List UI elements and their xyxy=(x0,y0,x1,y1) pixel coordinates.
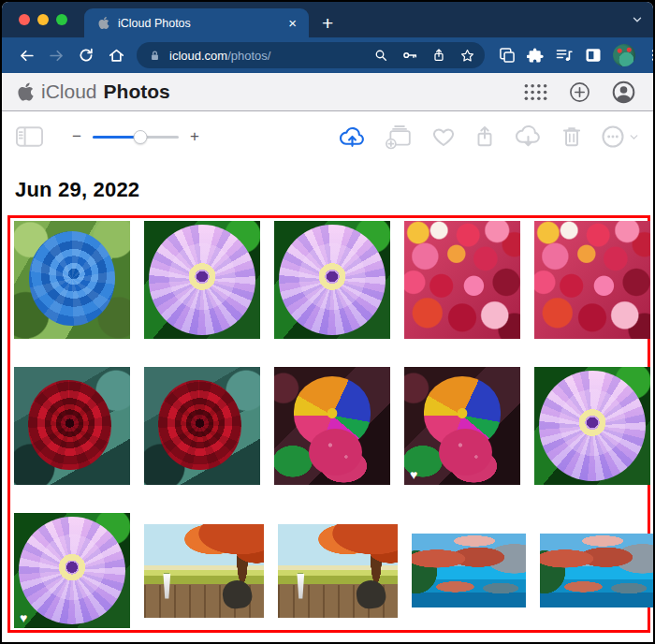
photo-thumbnail-pink-dahlia[interactable] xyxy=(534,367,650,485)
forward-icon[interactable] xyxy=(43,42,69,68)
chevron-down-icon xyxy=(628,131,640,143)
browser-toolbar: icloud.com/photos/ xyxy=(2,37,653,73)
browser-window: iCloud Photos × + icloud.com/photos/ xyxy=(2,2,653,642)
photo-thumbnail-rainbow-rose[interactable]: ♥ xyxy=(404,367,520,485)
apple-logo-icon xyxy=(17,81,35,102)
zoom-window-button[interactable] xyxy=(56,14,67,25)
share-photo-icon[interactable] xyxy=(473,124,497,150)
apps-grid-icon[interactable] xyxy=(523,82,548,102)
url-path: /photos/ xyxy=(227,49,270,63)
photo-thumbnail-pink-dahlia[interactable]: ♥ xyxy=(14,513,130,628)
url-host: icloud.com xyxy=(169,49,227,63)
tab-bar: iCloud Photos × + xyxy=(2,2,653,37)
apple-favicon-icon xyxy=(97,16,110,30)
zoom-slider[interactable] xyxy=(93,130,179,143)
photo-thumbnail-mountain-lake[interactable] xyxy=(412,534,526,607)
tab-icloud-photos[interactable]: iCloud Photos × xyxy=(84,8,309,37)
zoom-out-button[interactable]: − xyxy=(72,127,81,146)
reload-icon[interactable] xyxy=(73,42,99,68)
icloud-brand: iCloud Photos xyxy=(17,80,170,103)
tab-title: iCloud Photos xyxy=(118,17,278,30)
photo-thumbnail-rainbow-rose[interactable] xyxy=(274,367,390,485)
sidebar-toggle-icon[interactable] xyxy=(15,124,44,149)
date-section: Jun 29, 2022 xyxy=(2,162,653,215)
bookmark-star-icon[interactable] xyxy=(459,48,475,64)
address-bar[interactable]: icloud.com/photos/ xyxy=(137,42,485,68)
photo-thumbnail-mountain-lake[interactable] xyxy=(540,534,653,607)
trash-icon[interactable] xyxy=(560,124,584,150)
more-actions[interactable] xyxy=(600,124,640,150)
photo-thumbnail-blue-rose[interactable] xyxy=(14,221,130,339)
favorite-heart-icon: ♥ xyxy=(410,468,417,481)
photo-grid-selection: ♥♥ xyxy=(7,215,650,633)
photos-toolbar: − + xyxy=(2,111,653,162)
photo-row xyxy=(14,221,648,339)
traffic-lights xyxy=(19,14,67,25)
back-icon[interactable] xyxy=(13,42,39,68)
tab-close-icon[interactable]: × xyxy=(285,16,299,30)
cloud-upload-icon[interactable] xyxy=(337,124,368,149)
photo-thumbnail-flower-collage[interactable] xyxy=(534,221,650,339)
cloud-download-icon[interactable] xyxy=(513,124,544,149)
screenshot-icon[interactable] xyxy=(498,46,517,65)
extensions-puzzle-icon[interactable] xyxy=(527,47,545,65)
album-add-icon[interactable] xyxy=(384,124,415,150)
slider-thumb[interactable] xyxy=(133,130,147,144)
photo-row: ♥ xyxy=(14,367,648,485)
heart-icon[interactable] xyxy=(430,124,457,149)
minimize-window-button[interactable] xyxy=(37,14,49,25)
account-icon[interactable] xyxy=(611,80,636,105)
photo-actions xyxy=(337,124,640,150)
photo-thumbnail-autumn-room[interactable] xyxy=(278,524,398,618)
side-panel-icon[interactable] xyxy=(584,46,603,65)
photo-thumbnail-red-rose[interactable] xyxy=(144,367,260,485)
photo-thumbnail-flower-collage[interactable] xyxy=(404,221,520,339)
icloud-header: iCloud Photos xyxy=(2,73,653,111)
photo-thumbnail-pink-dahlia[interactable] xyxy=(274,221,390,339)
brand-icloud-label: iCloud xyxy=(41,80,97,103)
key-icon[interactable] xyxy=(401,47,418,64)
kebab-menu-icon[interactable] xyxy=(646,47,653,64)
lock-icon xyxy=(148,49,162,63)
ellipsis-circle-icon[interactable] xyxy=(600,124,626,150)
favorite-heart-icon: ♥ xyxy=(20,611,27,624)
media-list-icon[interactable] xyxy=(555,46,574,65)
close-window-button[interactable] xyxy=(19,14,30,25)
tab-search-chevron-icon[interactable] xyxy=(631,13,644,26)
home-icon[interactable] xyxy=(103,42,129,68)
add-circle-icon[interactable] xyxy=(568,80,591,104)
zoom-control: − + xyxy=(72,127,199,146)
photo-row: ♥ xyxy=(14,513,648,628)
photo-grid: ♥♥ xyxy=(14,221,648,628)
photo-thumbnail-pink-dahlia[interactable] xyxy=(144,221,260,339)
new-tab-button[interactable]: + xyxy=(322,13,333,33)
zoom-in-button[interactable]: + xyxy=(190,127,199,146)
search-icon[interactable] xyxy=(373,48,388,63)
photo-thumbnail-autumn-room[interactable] xyxy=(144,524,264,618)
profile-avatar[interactable] xyxy=(613,44,635,66)
photo-thumbnail-red-rose[interactable] xyxy=(14,367,130,485)
brand-photos-label: Photos xyxy=(104,80,170,103)
share-icon[interactable] xyxy=(431,48,446,63)
date-header: Jun 29, 2022 xyxy=(15,178,653,202)
